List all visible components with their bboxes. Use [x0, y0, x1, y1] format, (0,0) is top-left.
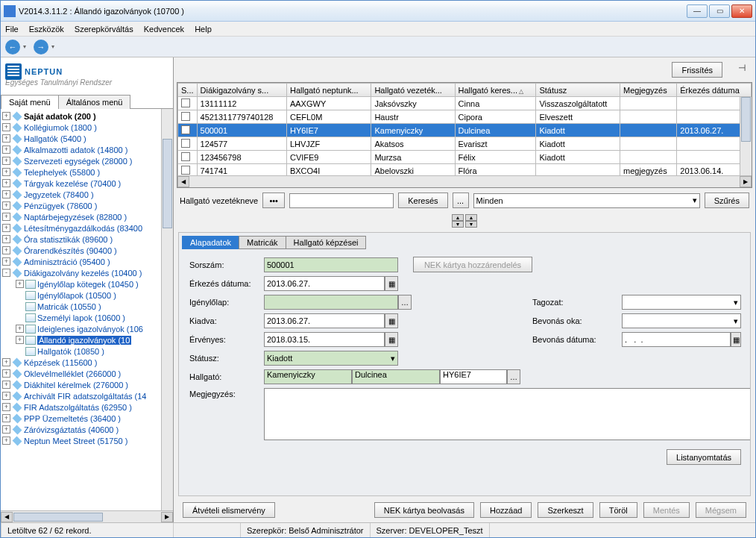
- tree-item[interactable]: Matricák (10550 ): [2, 301, 173, 312]
- cancel-button[interactable]: Mégsem: [696, 502, 746, 518]
- tree-item[interactable]: Személyi lapok (10600 ): [2, 312, 173, 323]
- add-button[interactable]: Hozzáad: [480, 502, 532, 518]
- menu-szerepkor[interactable]: Szerepkörváltás: [75, 25, 133, 34]
- close-button[interactable]: ✕: [731, 4, 752, 18]
- tree-item[interactable]: +PPP Üzemeltetés (36400 ): [2, 413, 173, 424]
- toolbar: ←▾ →▾: [1, 37, 755, 57]
- nek-read-button[interactable]: NEK kártya beolvasás: [374, 502, 474, 518]
- tree-item[interactable]: +Hallgatók (5400 ): [2, 133, 173, 144]
- tree-item[interactable]: +Szervezeti egységek (28000 ): [2, 155, 173, 166]
- nek-assign-button[interactable]: NEK kártya hozzárendelés: [413, 257, 532, 272]
- filter-more-button[interactable]: ...: [453, 193, 469, 208]
- menu-help[interactable]: Help: [195, 25, 212, 34]
- app-icon: [4, 5, 16, 17]
- date-picker-icon[interactable]: ▦: [385, 332, 398, 347]
- table-row[interactable]: 124577LHVJZFAkatsosEvarisztKiadott: [178, 137, 752, 151]
- filter-scope-select[interactable]: Minden▾: [473, 193, 700, 208]
- field-bevonas-datuma[interactable]: [622, 332, 731, 347]
- tree-item[interactable]: -Diákigazolvány kezelés (10400 ): [2, 267, 173, 278]
- tree-item[interactable]: +Oklevélmelléklet (266000 ): [2, 368, 173, 379]
- filter-mode-button[interactable]: •••: [262, 193, 285, 208]
- tree-item[interactable]: +Pénzügyek (78600 ): [2, 200, 173, 211]
- data-grid[interactable]: S...Diákigazolvány s...Hallgató neptunk.…: [177, 82, 752, 188]
- search-button[interactable]: Keresés: [398, 193, 447, 208]
- tree-item[interactable]: +Igénylőlap kötegek (10450 ): [2, 278, 173, 290]
- maximize-button[interactable]: ▭: [709, 4, 730, 18]
- tree-item[interactable]: +Tárgyak kezelése (70400 ): [2, 178, 173, 189]
- tree-item[interactable]: +Naptárbejegyzések (82800 ): [2, 211, 173, 222]
- tree-item[interactable]: +Adminisztráció (95400 ): [2, 256, 173, 267]
- tree-item[interactable]: +FIR Adatszolgáltatás (62950 ): [2, 401, 173, 413]
- tree-item[interactable]: Hallgatók (10850 ): [2, 345, 173, 357]
- field-statusz[interactable]: Kiadott▾: [264, 351, 398, 366]
- table-row[interactable]: 13111112AAXGWYJaksóvszkyCinnaVisszaszolg…: [178, 97, 752, 110]
- date-picker-icon[interactable]: ▦: [385, 276, 398, 291]
- field-sorszam[interactable]: [264, 257, 398, 272]
- menu-eszkozok[interactable]: Eszközök: [29, 25, 64, 34]
- date-picker-icon[interactable]: ▦: [731, 332, 741, 347]
- row-spinner[interactable]: ▲▲ ▼▼: [452, 214, 477, 228]
- tree-item[interactable]: +Kollégiumok (1800 ): [2, 122, 173, 133]
- tree-item[interactable]: +Alkalmazotti adatok (14800 ): [2, 144, 173, 155]
- tree-item[interactable]: +Jegyzetek (78400 ): [2, 189, 173, 200]
- grid-vscroll[interactable]: [740, 97, 752, 175]
- tree-item[interactable]: +Óra statisztikák (89600 ): [2, 234, 173, 245]
- field-megjegyzes[interactable]: [264, 388, 751, 440]
- tree-item[interactable]: +Neptun Meet Street (51750 ): [2, 435, 173, 446]
- student-browse-button[interactable]: …: [507, 369, 520, 384]
- tree-hscroll[interactable]: ◀▶: [1, 510, 173, 522]
- menu-file[interactable]: File: [5, 25, 19, 34]
- tree-scrollbar[interactable]: [161, 109, 173, 510]
- tree-item[interactable]: Igénylőlapok (10500 ): [2, 290, 173, 301]
- side-tab-altalanos[interactable]: Általános menü: [58, 95, 131, 109]
- field-erkezes[interactable]: [264, 276, 385, 291]
- edit-button[interactable]: Szerkeszt: [538, 502, 593, 518]
- tree-item[interactable]: +Állandó igazolványok (10: [2, 334, 173, 345]
- filter-input[interactable]: [289, 193, 394, 208]
- menu-bar: File Eszközök Szerepkörváltás Kedvencek …: [1, 22, 755, 37]
- field-bevonas-oka[interactable]: ▾: [622, 313, 741, 328]
- tab-hallgato-kepzesei[interactable]: Hallgató képzései: [286, 236, 367, 249]
- table-row[interactable]: 500001HY6IE7KamenyiczkyDulcineaKiadott20…: [178, 124, 752, 137]
- forward-dropdown[interactable]: ▾: [51, 43, 59, 50]
- field-ervenyes[interactable]: [264, 332, 385, 347]
- tree-item[interactable]: +Ideiglenes igazolványok (106: [2, 323, 173, 334]
- szures-button[interactable]: Szűrés: [705, 193, 749, 208]
- tab-matricak[interactable]: Matricák: [239, 236, 286, 249]
- field-igenylolap[interactable]: [264, 295, 398, 310]
- field-tagozat[interactable]: ▾: [622, 295, 741, 310]
- status-records: Letöltve 62 / 62 rekord.: [1, 523, 174, 537]
- tree-item[interactable]: +Diákhitel kérelmek (276000 ): [2, 379, 173, 390]
- forward-button[interactable]: →: [34, 40, 48, 54]
- date-picker-icon[interactable]: ▦: [385, 313, 398, 328]
- refresh-button[interactable]: Frissítés: [672, 62, 722, 78]
- listprint-button[interactable]: Listanyomtatás: [667, 449, 741, 465]
- field-kiadva[interactable]: [264, 313, 385, 328]
- atveteli-button[interactable]: Átvételi elismervény: [183, 502, 275, 518]
- table-row[interactable]: 4521311779740128CEFL0MHaustrCiporaElvesz…: [178, 110, 752, 124]
- back-button[interactable]: ←: [5, 40, 20, 54]
- table-row[interactable]: 123456798CVIFE9MurzsaFélixKiadott: [178, 151, 752, 164]
- grid-hscroll[interactable]: ◀▶: [177, 175, 752, 187]
- back-dropdown[interactable]: ▾: [23, 43, 31, 50]
- save-button[interactable]: Mentés: [643, 502, 690, 518]
- label-ervenyes: Érvényes:: [189, 335, 264, 344]
- menu-kedvencek[interactable]: Kedvencek: [144, 25, 184, 34]
- tree-item[interactable]: +Képzések (115600 ): [2, 357, 173, 368]
- nav-tree[interactable]: +Saját adatok (200 )+Kollégiumok (1800 )…: [1, 109, 173, 510]
- tree-item[interactable]: +Telephelyek (55800 ): [2, 166, 173, 178]
- pin-icon[interactable]: ⊣: [736, 62, 748, 74]
- minimize-button[interactable]: —: [687, 4, 708, 18]
- tree-item[interactable]: +Saját adatok (200 ): [2, 110, 173, 122]
- tree-item[interactable]: +Archivált FIR adatszolgáltatás (14: [2, 390, 173, 401]
- tab-alapadatok[interactable]: Alapadatok: [182, 236, 239, 249]
- igenylolap-browse-button[interactable]: …: [398, 295, 412, 310]
- tree-item[interactable]: +Órarendkészítés (90400 ): [2, 245, 173, 256]
- delete-button[interactable]: Töröl: [599, 502, 637, 518]
- chevron-down-icon: ▾: [391, 354, 395, 363]
- side-tab-sajat[interactable]: Saját menü: [1, 95, 59, 109]
- label-kiadva: Kiadva:: [189, 316, 264, 325]
- label-statusz: Státusz:: [189, 354, 264, 363]
- tree-item[interactable]: +Záróvizsgáztatás (40600 ): [2, 424, 173, 435]
- tree-item[interactable]: +Létesítménygazdálkodás (83400: [2, 222, 173, 234]
